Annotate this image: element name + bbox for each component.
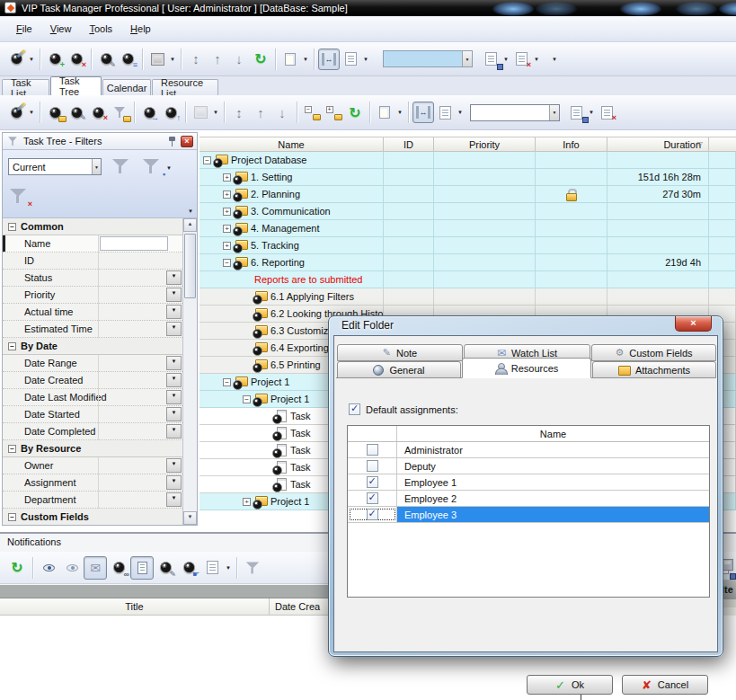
filter-dropdown-button[interactable] xyxy=(166,407,182,421)
tree-row[interactable]: 6.1 Applying Filters xyxy=(200,288,736,306)
ok-button[interactable]: ✓ Ok xyxy=(527,675,613,695)
filter-row[interactable]: Actual time xyxy=(3,304,182,321)
tree-row[interactable]: 1. Setting 151d 16h 28m xyxy=(200,169,736,186)
new-task-wizard-icon[interactable] xyxy=(5,49,27,70)
tree-row[interactable]: 6. Reporting 219d 4h xyxy=(200,254,736,271)
delete-view-icon[interactable]: × xyxy=(510,49,532,70)
filter-dropdown-button[interactable] xyxy=(166,288,182,302)
column-header-info[interactable]: Info xyxy=(536,137,607,151)
filter-value-input[interactable] xyxy=(100,236,168,251)
checkbox-column-header[interactable] xyxy=(348,426,397,441)
default-assignments-checkbox[interactable] xyxy=(349,403,360,415)
tree-row[interactable]: Reports are to submitted xyxy=(200,271,736,288)
column-header-blank[interactable] xyxy=(709,137,736,151)
new-task-wizard-icon[interactable] xyxy=(5,102,27,123)
expand-toggle-icon[interactable] xyxy=(223,259,231,267)
delete-view-icon[interactable]: × xyxy=(596,102,617,123)
dropdown-arrow-icon[interactable] xyxy=(168,49,177,70)
expand-toggle-icon[interactable] xyxy=(223,191,231,199)
filters-panel-header[interactable]: Task Tree - Filters × xyxy=(3,133,197,150)
filter-row[interactable]: By Resource xyxy=(3,440,182,457)
delete-icon[interactable]: × xyxy=(87,102,109,123)
dropdown-arrow-icon[interactable] xyxy=(301,49,310,70)
filter-dropdown-button[interactable] xyxy=(166,492,182,507)
column-header-title[interactable]: Title xyxy=(0,598,270,615)
task-properties-icon[interactable]: ≡ xyxy=(117,49,138,70)
tab-resources[interactable]: Resources xyxy=(462,358,591,378)
dropdown-arrow-icon[interactable] xyxy=(395,102,404,123)
column-header-name[interactable]: Name xyxy=(200,137,384,151)
resource-checkbox[interactable] xyxy=(367,444,378,456)
move-up-icon[interactable]: ↑ xyxy=(250,102,271,123)
resource-row[interactable]: Employee 2 xyxy=(348,491,709,507)
fit-columns-toggle[interactable]: ↔ xyxy=(412,102,434,123)
expand-toggle-icon[interactable] xyxy=(223,242,231,250)
grid-options-icon[interactable] xyxy=(340,49,361,70)
new-task-icon[interactable]: + xyxy=(44,49,66,70)
column-header-id[interactable]: ID xyxy=(384,137,434,151)
filter-row[interactable]: Assignment xyxy=(3,474,182,492)
show-incoming-toggle[interactable]: ✉ xyxy=(84,556,107,580)
collapse-group-icon[interactable] xyxy=(8,342,16,350)
indent-task-icon[interactable]: → xyxy=(138,102,160,123)
collapse-group-icon[interactable] xyxy=(8,223,16,231)
collapse-group-icon[interactable] xyxy=(8,445,16,453)
filter-row[interactable]: Date Last Modified xyxy=(3,389,182,406)
title-bar[interactable]: VIP Task Manager Professional [ User: Ad… xyxy=(0,0,736,16)
filter-preset-combo[interactable]: Current xyxy=(8,158,102,175)
grid-options-icon[interactable] xyxy=(200,556,224,580)
combo-dropdown-button[interactable] xyxy=(462,51,472,66)
refresh-icon[interactable]: ↻ xyxy=(344,102,366,123)
filter-dropdown-button[interactable] xyxy=(166,322,182,336)
dropdown-arrow-icon[interactable] xyxy=(224,557,233,579)
tree-row[interactable]: 3. Communication xyxy=(200,203,736,220)
scrollbar-thumb[interactable] xyxy=(184,234,196,298)
gantt-view-icon[interactable] xyxy=(146,49,168,70)
export-icon[interactable] xyxy=(374,102,395,123)
tab-resource-list[interactable]: Resource List xyxy=(152,79,218,95)
tab-task-list[interactable]: Task List xyxy=(2,79,49,95)
view-preset-combo[interactable] xyxy=(470,104,560,121)
clear-filter-icon[interactable]: × xyxy=(6,184,30,208)
resource-checkbox[interactable] xyxy=(367,492,378,504)
resource-checkbox[interactable] xyxy=(367,509,378,520)
outdent-task-icon[interactable]: ↑ xyxy=(160,102,182,123)
filters-scrollbar[interactable] xyxy=(182,218,197,525)
filter-dropdown-button[interactable] xyxy=(166,458,182,473)
move-down-icon[interactable]: ↓ xyxy=(271,102,293,123)
view-preset-combo[interactable] xyxy=(383,50,473,67)
expand-toggle-icon[interactable] xyxy=(243,498,251,506)
name-column-header[interactable]: Name xyxy=(397,426,709,441)
link-task-icon[interactable]: ∞ xyxy=(107,556,130,580)
filter-dropdown-button[interactable] xyxy=(166,390,182,404)
scroll-down-icon[interactable] xyxy=(183,511,197,525)
filter-row[interactable]: Custom Fields xyxy=(3,509,182,525)
filter-row[interactable]: Date Completed xyxy=(3,423,182,440)
filter-row[interactable]: Estimated Time xyxy=(3,321,182,338)
filter-folder-icon[interactable] xyxy=(109,102,130,123)
mark-unread-icon[interactable] xyxy=(60,556,84,580)
dropdown-arrow-icon[interactable] xyxy=(164,157,173,179)
move-down-icon[interactable]: ↓ xyxy=(228,49,250,70)
expand-toggle-icon[interactable] xyxy=(223,378,231,386)
goto-task-icon[interactable]: ☛ xyxy=(177,556,200,580)
filter-row[interactable]: ID xyxy=(3,253,182,270)
tree-row[interactable]: 5. Tracking xyxy=(200,237,736,254)
edit-task-icon[interactable]: ✎ xyxy=(154,556,177,580)
filter-row[interactable]: By Date xyxy=(3,338,182,355)
dropdown-arrow-icon[interactable] xyxy=(211,102,220,123)
dropdown-arrow-icon[interactable] xyxy=(361,49,370,70)
filter-row[interactable]: Date Created xyxy=(3,372,182,389)
filter-row[interactable]: Priority xyxy=(3,287,182,304)
dropdown-arrow-icon[interactable] xyxy=(27,49,36,70)
resource-row[interactable]: Deputy xyxy=(348,458,709,474)
expand-toggle-icon[interactable] xyxy=(203,156,211,164)
expand-toggle-icon[interactable] xyxy=(223,225,231,233)
cancel-button[interactable]: ✘ Cancel xyxy=(622,675,708,695)
filter-dropdown-button[interactable] xyxy=(166,356,182,370)
menu-item[interactable]: Help xyxy=(121,20,160,38)
collapse-group-icon[interactable] xyxy=(8,513,16,521)
dialog-close-button[interactable]: × xyxy=(675,316,712,332)
resource-row[interactable]: Employee 1 xyxy=(348,474,709,491)
save-filter-icon[interactable]: ▪ xyxy=(139,155,163,178)
